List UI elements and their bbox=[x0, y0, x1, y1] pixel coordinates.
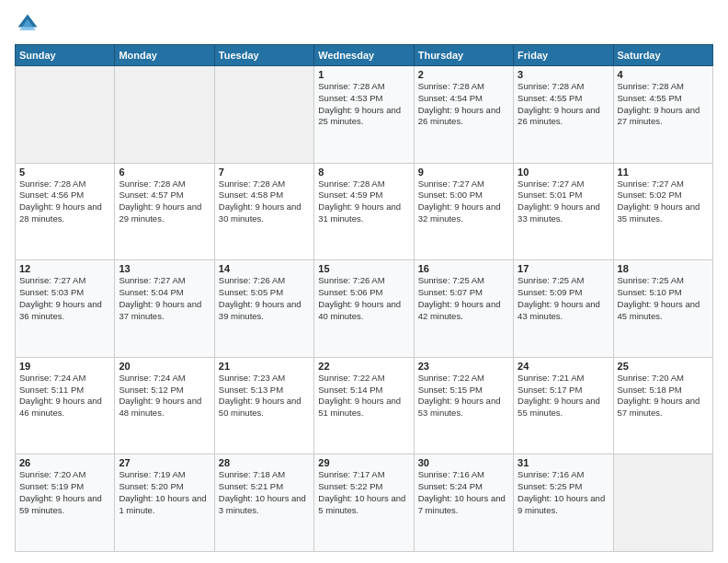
weekday-header-wednesday: Wednesday bbox=[314, 45, 414, 66]
day-cell: 2Sunrise: 7:28 AMSunset: 4:54 PMDaylight… bbox=[414, 66, 513, 164]
day-cell: 9Sunrise: 7:27 AMSunset: 5:00 PMDaylight… bbox=[414, 163, 513, 260]
day-info: Sunrise: 7:24 AMSunset: 5:12 PMDaylight:… bbox=[119, 373, 210, 419]
day-number: 14 bbox=[219, 263, 310, 274]
day-number: 28 bbox=[219, 457, 310, 468]
day-number: 9 bbox=[418, 167, 509, 178]
day-number: 20 bbox=[119, 361, 210, 372]
day-cell bbox=[115, 66, 214, 164]
day-info: Sunrise: 7:26 AMSunset: 5:06 PMDaylight:… bbox=[318, 275, 409, 322]
day-info: Sunrise: 7:23 AMSunset: 5:13 PMDaylight:… bbox=[219, 373, 310, 419]
day-number: 30 bbox=[418, 457, 509, 468]
day-info: Sunrise: 7:18 AMSunset: 5:21 PMDaylight:… bbox=[219, 469, 310, 516]
day-cell: 6Sunrise: 7:28 AMSunset: 4:57 PMDaylight… bbox=[115, 163, 214, 260]
day-number: 16 bbox=[418, 263, 509, 274]
day-info: Sunrise: 7:28 AMSunset: 4:55 PMDaylight:… bbox=[618, 81, 709, 128]
day-info: Sunrise: 7:25 AMSunset: 5:09 PMDaylight:… bbox=[518, 275, 609, 322]
day-cell: 19Sunrise: 7:24 AMSunset: 5:11 PMDayligh… bbox=[16, 357, 115, 454]
day-cell: 31Sunrise: 7:16 AMSunset: 5:25 PMDayligh… bbox=[514, 454, 613, 552]
day-cell: 22Sunrise: 7:22 AMSunset: 5:14 PMDayligh… bbox=[314, 357, 414, 454]
page-header bbox=[15, 11, 713, 37]
day-cell: 1Sunrise: 7:28 AMSunset: 4:53 PMDaylight… bbox=[314, 66, 414, 164]
day-info: Sunrise: 7:28 AMSunset: 4:59 PMDaylight:… bbox=[318, 178, 409, 225]
day-info: Sunrise: 7:28 AMSunset: 4:53 PMDaylight:… bbox=[318, 81, 409, 128]
weekday-header-friday: Friday bbox=[514, 45, 613, 66]
day-cell: 23Sunrise: 7:22 AMSunset: 5:15 PMDayligh… bbox=[414, 357, 513, 454]
day-info: Sunrise: 7:17 AMSunset: 5:22 PMDaylight:… bbox=[318, 469, 409, 516]
day-cell: 28Sunrise: 7:18 AMSunset: 5:21 PMDayligh… bbox=[214, 454, 313, 552]
day-info: Sunrise: 7:27 AMSunset: 5:04 PMDaylight:… bbox=[119, 275, 210, 322]
day-cell: 4Sunrise: 7:28 AMSunset: 4:55 PMDaylight… bbox=[613, 66, 712, 164]
weekday-header-tuesday: Tuesday bbox=[214, 45, 313, 66]
day-info: Sunrise: 7:25 AMSunset: 5:07 PMDaylight:… bbox=[418, 275, 509, 322]
day-info: Sunrise: 7:19 AMSunset: 5:20 PMDaylight:… bbox=[119, 469, 210, 516]
day-info: Sunrise: 7:28 AMSunset: 4:56 PMDaylight:… bbox=[19, 178, 110, 225]
day-number: 12 bbox=[19, 263, 110, 274]
day-cell: 18Sunrise: 7:25 AMSunset: 5:10 PMDayligh… bbox=[613, 260, 712, 358]
day-number: 15 bbox=[318, 263, 409, 274]
day-cell bbox=[613, 454, 712, 552]
weekday-header-sunday: Sunday bbox=[16, 45, 115, 66]
day-number: 11 bbox=[618, 167, 709, 178]
day-info: Sunrise: 7:27 AMSunset: 5:03 PMDaylight:… bbox=[19, 275, 110, 322]
day-number: 13 bbox=[119, 263, 210, 274]
day-number: 7 bbox=[219, 167, 310, 178]
week-row-5: 26Sunrise: 7:20 AMSunset: 5:19 PMDayligh… bbox=[16, 454, 713, 552]
weekday-header-monday: Monday bbox=[115, 45, 214, 66]
calendar-table: SundayMondayTuesdayWednesdayThursdayFrid… bbox=[15, 44, 713, 552]
day-cell: 11Sunrise: 7:27 AMSunset: 5:02 PMDayligh… bbox=[613, 163, 712, 260]
day-number: 4 bbox=[618, 69, 709, 80]
day-number: 6 bbox=[119, 167, 210, 178]
day-cell: 16Sunrise: 7:25 AMSunset: 5:07 PMDayligh… bbox=[414, 260, 513, 358]
day-number: 26 bbox=[19, 457, 110, 468]
day-cell: 3Sunrise: 7:28 AMSunset: 4:55 PMDaylight… bbox=[514, 66, 613, 164]
day-cell: 26Sunrise: 7:20 AMSunset: 5:19 PMDayligh… bbox=[16, 454, 115, 552]
day-cell: 14Sunrise: 7:26 AMSunset: 5:05 PMDayligh… bbox=[214, 260, 313, 358]
day-cell: 20Sunrise: 7:24 AMSunset: 5:12 PMDayligh… bbox=[115, 357, 214, 454]
day-number: 21 bbox=[219, 361, 310, 372]
week-row-1: 1Sunrise: 7:28 AMSunset: 4:53 PMDaylight… bbox=[16, 66, 713, 164]
logo bbox=[15, 11, 44, 37]
week-row-4: 19Sunrise: 7:24 AMSunset: 5:11 PMDayligh… bbox=[16, 357, 713, 454]
day-cell: 15Sunrise: 7:26 AMSunset: 5:06 PMDayligh… bbox=[314, 260, 414, 358]
day-cell: 12Sunrise: 7:27 AMSunset: 5:03 PMDayligh… bbox=[16, 260, 115, 358]
day-info: Sunrise: 7:16 AMSunset: 5:24 PMDaylight:… bbox=[418, 469, 509, 516]
day-number: 18 bbox=[618, 263, 709, 274]
day-cell: 7Sunrise: 7:28 AMSunset: 4:58 PMDaylight… bbox=[214, 163, 313, 260]
day-info: Sunrise: 7:22 AMSunset: 5:14 PMDaylight:… bbox=[318, 373, 409, 419]
day-number: 3 bbox=[518, 69, 609, 80]
calendar-page: SundayMondayTuesdayWednesdayThursdayFrid… bbox=[0, 0, 728, 563]
day-cell: 21Sunrise: 7:23 AMSunset: 5:13 PMDayligh… bbox=[214, 357, 313, 454]
week-row-2: 5Sunrise: 7:28 AMSunset: 4:56 PMDaylight… bbox=[16, 163, 713, 260]
day-number: 10 bbox=[518, 167, 609, 178]
day-number: 25 bbox=[618, 361, 709, 372]
day-number: 1 bbox=[318, 69, 409, 80]
day-cell bbox=[16, 66, 115, 164]
logo-icon bbox=[15, 11, 40, 37]
day-info: Sunrise: 7:28 AMSunset: 4:55 PMDaylight:… bbox=[518, 81, 609, 128]
day-info: Sunrise: 7:28 AMSunset: 4:57 PMDaylight:… bbox=[119, 178, 210, 225]
day-info: Sunrise: 7:25 AMSunset: 5:10 PMDaylight:… bbox=[618, 275, 709, 322]
day-cell: 24Sunrise: 7:21 AMSunset: 5:17 PMDayligh… bbox=[514, 357, 613, 454]
day-info: Sunrise: 7:20 AMSunset: 5:19 PMDaylight:… bbox=[19, 469, 110, 516]
day-number: 5 bbox=[19, 167, 110, 178]
day-cell: 13Sunrise: 7:27 AMSunset: 5:04 PMDayligh… bbox=[115, 260, 214, 358]
day-cell bbox=[214, 66, 313, 164]
day-info: Sunrise: 7:16 AMSunset: 5:25 PMDaylight:… bbox=[518, 469, 609, 516]
day-info: Sunrise: 7:27 AMSunset: 5:01 PMDaylight:… bbox=[518, 178, 609, 225]
day-info: Sunrise: 7:20 AMSunset: 5:18 PMDaylight:… bbox=[618, 373, 709, 419]
day-number: 17 bbox=[518, 263, 609, 274]
day-info: Sunrise: 7:22 AMSunset: 5:15 PMDaylight:… bbox=[418, 373, 509, 419]
weekday-header-row: SundayMondayTuesdayWednesdayThursdayFrid… bbox=[16, 45, 713, 66]
day-cell: 27Sunrise: 7:19 AMSunset: 5:20 PMDayligh… bbox=[115, 454, 214, 552]
day-info: Sunrise: 7:27 AMSunset: 5:02 PMDaylight:… bbox=[618, 178, 709, 225]
day-cell: 29Sunrise: 7:17 AMSunset: 5:22 PMDayligh… bbox=[314, 454, 414, 552]
day-info: Sunrise: 7:24 AMSunset: 5:11 PMDaylight:… bbox=[19, 373, 110, 419]
day-info: Sunrise: 7:26 AMSunset: 5:05 PMDaylight:… bbox=[219, 275, 310, 322]
day-info: Sunrise: 7:21 AMSunset: 5:17 PMDaylight:… bbox=[518, 373, 609, 419]
day-number: 27 bbox=[119, 457, 210, 468]
day-number: 29 bbox=[318, 457, 409, 468]
day-number: 22 bbox=[318, 361, 409, 372]
weekday-header-saturday: Saturday bbox=[613, 45, 712, 66]
day-cell: 8Sunrise: 7:28 AMSunset: 4:59 PMDaylight… bbox=[314, 163, 414, 260]
day-number: 19 bbox=[19, 361, 110, 372]
